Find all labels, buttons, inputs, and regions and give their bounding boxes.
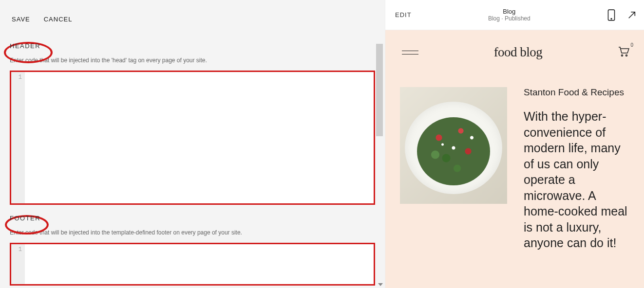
preview-page-subtitle: Blog · Published: [412, 15, 607, 22]
cart-icon: [618, 46, 629, 57]
header-section-label: HEADER: [10, 42, 40, 50]
cart-count: 0: [630, 42, 633, 48]
footer-gutter: 1: [11, 244, 25, 284]
scrollbar-thumb[interactable]: [376, 44, 383, 136]
post-image[interactable]: [400, 87, 507, 204]
preview-header: EDIT Blog Blog · Published: [385, 0, 644, 30]
header-gutter: 1: [11, 72, 25, 203]
open-external-icon[interactable]: [627, 9, 636, 21]
preview-panel: EDIT Blog Blog · Published food blog: [385, 0, 644, 288]
mobile-preview-icon[interactable]: [607, 9, 616, 21]
header-section-description: Enter code that will be injected into th…: [10, 57, 375, 64]
footer-section-description: Enter code that will be injected into th…: [10, 229, 375, 236]
blog-header: food blog 0: [385, 43, 644, 70]
preview-page-title: Blog: [412, 8, 607, 15]
preview-icons: [607, 9, 636, 21]
svg-point-2: [622, 54, 623, 56]
header-code-editor[interactable]: 1: [10, 71, 375, 205]
preview-title-wrap: Blog Blog · Published: [412, 8, 607, 22]
header-section: HEADER Enter code that will be injected …: [0, 41, 385, 205]
site-title[interactable]: food blog: [494, 45, 543, 60]
svg-point-3: [626, 54, 627, 56]
save-button[interactable]: SAVE: [12, 16, 30, 23]
header-code-input[interactable]: [25, 72, 374, 203]
footer-code-input[interactable]: [25, 244, 374, 284]
cart-button[interactable]: 0: [618, 46, 629, 59]
svg-point-1: [611, 18, 612, 19]
actions-bar: SAVE CANCEL: [0, 0, 385, 33]
settings-panel: SAVE CANCEL HEADER Enter code that will …: [0, 0, 385, 288]
edit-button[interactable]: EDIT: [395, 11, 412, 18]
post-category[interactable]: Stanton Food & Recipes: [524, 87, 629, 98]
cancel-button[interactable]: CANCEL: [44, 16, 73, 23]
hamburger-menu-icon[interactable]: [402, 48, 418, 57]
scroll-down-icon[interactable]: [378, 283, 383, 286]
footer-section: FOOTER Enter code that will be injected …: [0, 214, 385, 286]
preview-body: food blog 0 Stanton Food & Recipes With …: [385, 30, 644, 288]
blog-content: Stanton Food & Recipes With the hyper-co…: [385, 70, 644, 251]
post-excerpt: With the hyper-convenience of modern lif…: [524, 108, 629, 251]
footer-code-editor[interactable]: 1: [10, 243, 375, 286]
footer-section-label: FOOTER: [10, 215, 40, 222]
post-text: Stanton Food & Recipes With the hyper-co…: [524, 87, 629, 251]
